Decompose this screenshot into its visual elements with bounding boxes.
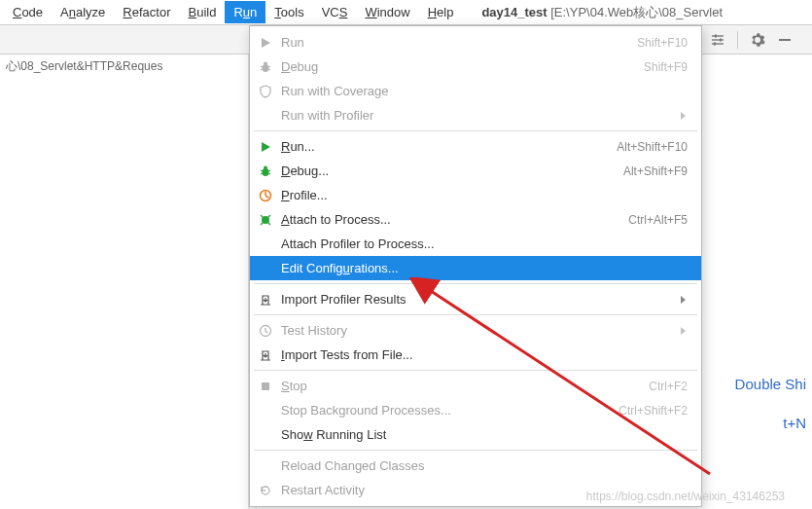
shortcut-label: Alt+Shift+F9 [623,164,688,178]
menu-build[interactable]: Build [180,1,226,23]
settings-icon[interactable] [710,32,725,48]
run-menu-dropdown: RunShift+F10DebugShift+F9Run with Covera… [249,25,702,507]
attach-icon [256,213,275,227]
menu-item-label: Reload Changed Classes [281,458,688,473]
menu-item-edit-configurations[interactable]: Edit Configurations... [250,256,701,280]
svg-line-23 [261,173,263,174]
svg-line-18 [268,69,270,70]
menu-analyze[interactable]: Analyze [52,1,114,23]
shield-gray-icon [256,85,275,98]
menu-item-import-tests-from-file[interactable]: Import Tests from File... [250,343,701,367]
bug-green-icon [256,164,275,178]
shortcut-label: Ctrl+Shift+F2 [618,404,688,418]
shortcut-label: Alt+Shift+F10 [617,140,688,154]
svg-line-16 [268,66,270,67]
svg-point-14 [264,61,267,65]
svg-rect-11 [714,42,716,45]
shortcut-label: Shift+F9 [644,60,688,74]
menu-separator [254,283,697,284]
menu-item-attach-profiler-to-process[interactable]: Attach Profiler to Process... [250,232,701,256]
menu-item-label: Debug... [281,164,623,178]
menu-refactor[interactable]: Refactor [114,1,179,23]
menu-item-label: Profile... [281,188,688,202]
svg-rect-28 [262,382,269,390]
menu-item-label: Run with Coverage [281,84,688,98]
menu-code[interactable]: Code [4,1,52,23]
menu-item-label: Run... [281,139,617,154]
menubar: CodeAnalyzeRefactorBuildRunToolsVCSWindo… [0,0,812,25]
project-title: day14_test [481,5,547,19]
project-path: [E:\YP\04.Web核心\08_Servlet [550,5,723,19]
hint-double-shift: Double Shi [735,376,806,392]
project-name: day14_test [E:\YP\04.Web核心\08_Servlet [481,4,723,21]
profile-icon [256,189,275,202]
menu-separator [254,450,697,451]
menu-item-label: Show Running List [281,427,688,442]
watermark: https://blog.csdn.net/weixin_43146253 [586,490,785,503]
menu-run[interactable]: Run [225,1,265,23]
menu-tools[interactable]: Tools [265,1,312,23]
menu-separator [254,130,697,131]
shortcut-label: Ctrl+Alt+F5 [628,213,688,227]
svg-rect-9 [715,34,717,37]
svg-line-21 [261,170,263,171]
menu-window[interactable]: Window [356,1,418,23]
menu-item-run-with-profiler: Run with Profiler [250,103,701,127]
menu-item-label: Stop [281,379,649,393]
menu-item-label: Import Profiler Results [281,292,680,307]
menu-item-label: Edit Configurations... [281,261,688,275]
svg-line-22 [268,170,270,171]
clock-gray-icon [256,324,275,338]
menu-item-reload-changed-classes: Reload Changed Classes [250,454,701,478]
menu-item-stop: StopCtrl+F2 [250,374,701,398]
menu-item-test-history: Test History [250,318,701,343]
restart-gray-icon [256,484,275,497]
svg-rect-12 [779,39,791,41]
menu-vcs[interactable]: VCS [313,1,357,23]
toolbar-separator [737,31,738,49]
play-green-icon [256,140,275,154]
menu-separator [254,370,697,371]
menu-item-stop-background-processes: Stop Background Processes...Ctrl+Shift+F… [250,398,701,422]
menu-item-label: Import Tests from File... [281,347,688,362]
menu-item-label: Run [281,35,637,50]
menu-help[interactable]: Help [419,1,463,23]
stop-gray-icon [256,380,275,393]
menu-item-label: Attach Profiler to Process... [281,236,688,251]
svg-line-15 [261,66,263,67]
submenu-arrow-icon [680,295,688,305]
menu-item-label: Run with Profiler [281,108,680,123]
import-icon [256,293,275,307]
play-gray-icon [256,36,275,50]
menu-separator [254,314,697,315]
menu-item-debug[interactable]: Debug...Alt+Shift+F9 [250,159,701,183]
sidebar: 心\08_Servlet&HTTP&Reques [0,55,249,509]
shortcut-label: Ctrl+F2 [649,380,688,393]
submenu-arrow-icon [680,111,688,121]
menu-item-run[interactable]: Run...Alt+Shift+F10 [250,134,701,159]
breadcrumb: 心\08_Servlet&HTTP&Reques [0,55,248,79]
minus-icon[interactable] [777,32,793,48]
import-icon [256,348,275,362]
menu-item-debug: DebugShift+F9 [250,55,701,79]
svg-line-17 [261,69,263,70]
menu-item-run: RunShift+F10 [250,30,701,55]
menu-item-label: Attach to Process... [281,212,628,227]
menu-item-label: Debug [281,59,644,74]
svg-point-20 [264,165,267,169]
menu-item-show-running-list[interactable]: Show Running List [250,422,701,447]
svg-rect-10 [720,38,722,41]
submenu-arrow-icon [680,326,688,336]
svg-line-24 [268,173,270,174]
bug-gray-icon [256,60,275,74]
menu-item-attach-to-process[interactable]: Attach to Process...Ctrl+Alt+F5 [250,207,701,232]
menu-item-label: Stop Background Processes... [281,403,618,418]
menu-item-label: Test History [281,323,680,338]
gear-icon[interactable] [750,32,765,48]
menu-item-import-profiler-results[interactable]: Import Profiler Results [250,287,701,311]
menu-item-profile[interactable]: Profile... [250,183,701,207]
menu-item-run-with-coverage: Run with Coverage [250,79,701,103]
shortcut-label: Shift+F10 [637,36,688,50]
hint-ctrl-n: t+N [783,415,806,431]
